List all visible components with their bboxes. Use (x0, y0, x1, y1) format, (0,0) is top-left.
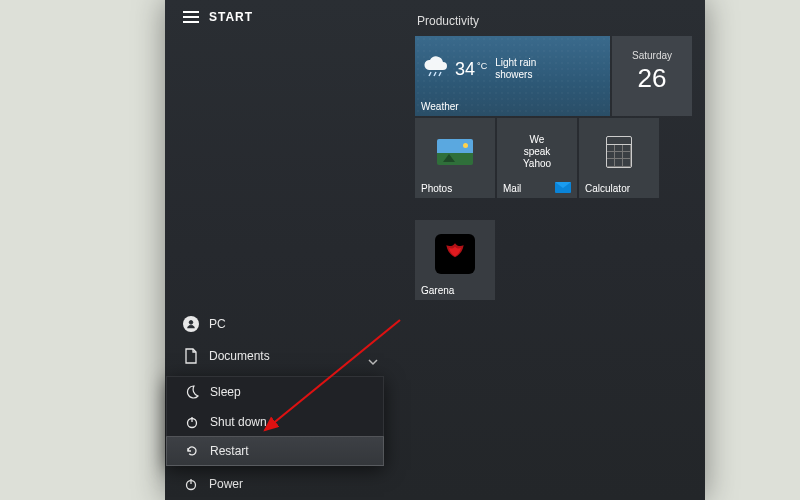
power-icon (184, 414, 200, 430)
rail-power-label: Power (209, 477, 243, 491)
calculator-icon (606, 136, 632, 168)
photos-icon (437, 139, 473, 165)
weather-temp: 34°C (455, 59, 485, 80)
power-restart[interactable]: Restart (166, 436, 384, 466)
photos-tile[interactable]: Photos (415, 118, 495, 198)
weather-condition: Light rain showers (495, 57, 536, 81)
weather-temp-unit: °C (477, 61, 487, 71)
rail-power[interactable]: Power (165, 468, 385, 500)
tiles-section-title: Productivity (415, 14, 695, 28)
hamburger-icon[interactable] (183, 11, 199, 23)
tile-label: Calculator (585, 183, 630, 194)
power-icon (183, 476, 199, 492)
power-sleep-label: Sleep (210, 385, 241, 399)
left-rail: PC Documents Sleep Shut down (165, 308, 385, 500)
garena-icon (435, 234, 475, 274)
tile-label: Weather (421, 101, 459, 112)
mail-tile[interactable]: We speak Yahoo Mail (497, 118, 577, 198)
svg-line-1 (434, 72, 436, 76)
document-icon (183, 348, 199, 364)
calendar-date: 26 (612, 63, 692, 94)
garena-tile[interactable]: Garena (415, 220, 495, 300)
rail-documents-label: Documents (209, 349, 270, 363)
tile-label: Photos (421, 183, 452, 194)
weather-temp-value: 34 (455, 59, 475, 79)
rail-user-label: PC (209, 317, 226, 331)
power-shutdown[interactable]: Shut down (167, 407, 383, 437)
user-icon (183, 316, 199, 332)
svg-line-2 (439, 72, 441, 76)
moon-icon (184, 384, 200, 400)
calendar-tile[interactable]: Saturday 26 (612, 36, 692, 116)
rail-documents[interactable]: Documents (165, 340, 385, 372)
cloud-rain-icon (421, 56, 451, 83)
tile-label: Mail (503, 183, 521, 194)
mail-icon (555, 182, 571, 193)
rail-user[interactable]: PC (165, 308, 385, 340)
power-shutdown-label: Shut down (210, 415, 267, 429)
tile-label: Garena (421, 285, 454, 296)
weather-tile[interactable]: 34°C Light rain showers Weather (415, 36, 610, 116)
calendar-day: Saturday (612, 50, 692, 61)
power-sleep[interactable]: Sleep (167, 377, 383, 407)
start-title: START (209, 10, 253, 24)
svg-line-0 (429, 72, 431, 76)
svg-point-3 (189, 321, 193, 325)
calculator-tile[interactable]: Calculator (579, 118, 659, 198)
mail-headline: We speak Yahoo (517, 134, 557, 170)
power-restart-label: Restart (210, 444, 249, 458)
power-flyout: Sleep Shut down Restart (166, 376, 384, 466)
tiles-area: Productivity 34°C Light rain showers Wea… (415, 14, 695, 300)
restart-icon (184, 443, 200, 459)
start-menu: START Productivity 34°C Light rain showe… (165, 0, 705, 500)
